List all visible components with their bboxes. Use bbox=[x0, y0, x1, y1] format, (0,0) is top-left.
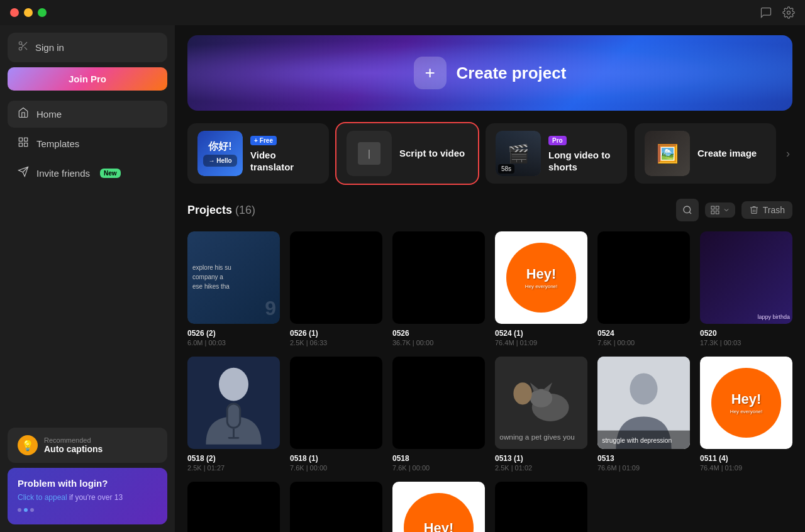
maximize-button[interactable] bbox=[38, 8, 47, 17]
create-project-banner[interactable]: + Create project bbox=[187, 35, 792, 111]
project-thumb-0524-1: Hey! Hey everyone! bbox=[495, 231, 587, 324]
feature-card-create-image[interactable]: 🖼️ Create image bbox=[635, 123, 776, 184]
projects-header: Projects (16) bbox=[187, 199, 792, 221]
chat-icon[interactable] bbox=[760, 6, 772, 19]
join-pro-button[interactable]: Join Pro bbox=[8, 67, 167, 91]
project-item-0511-4[interactable]: Hey! Hey everyone! 0511 (4) 76.4M | 01:0… bbox=[700, 357, 792, 472]
trash-button[interactable]: Trash bbox=[741, 201, 792, 219]
project-meta: 2.5K | 01:02 bbox=[495, 464, 587, 472]
project-meta: 76.6M | 01:09 bbox=[597, 464, 690, 472]
dot-3 bbox=[30, 508, 34, 512]
problem-login-card[interactable]: Problem with login? Click to appeal if y… bbox=[8, 468, 167, 524]
project-thumb-0524 bbox=[597, 231, 690, 324]
sidebar-item-templates[interactable]: Templates bbox=[8, 130, 167, 157]
project-item-row3-3[interactable]: Hey! bbox=[392, 482, 485, 532]
feature-card-video-translator[interactable]: 你好! → Hello + Free Video translator bbox=[187, 123, 329, 184]
svg-point-27 bbox=[530, 389, 552, 407]
project-thumb-row3-1 bbox=[187, 482, 280, 532]
script-to-video-name: Script to video bbox=[399, 147, 468, 160]
main-content: + Create project 你好! → Hello + Free Vide… bbox=[175, 25, 805, 532]
sidebar-item-invite[interactable]: Invite friends New bbox=[8, 160, 167, 187]
project-item-row3-1[interactable] bbox=[187, 482, 280, 532]
bulb-icon: 💡 bbox=[18, 435, 38, 455]
project-item-0513[interactable]: struggle with depression 0513 76.6M | 01… bbox=[597, 357, 690, 472]
project-thumb-0511-4: Hey! Hey everyone! bbox=[700, 357, 792, 449]
templates-label: Templates bbox=[36, 138, 79, 149]
projects-search-button[interactable] bbox=[676, 199, 699, 221]
svg-point-30 bbox=[513, 382, 531, 404]
project-meta: 7.6K | 00:00 bbox=[597, 339, 690, 346]
svg-point-19 bbox=[219, 368, 248, 401]
svg-point-1 bbox=[19, 42, 22, 45]
create-image-name: Create image bbox=[697, 147, 766, 160]
svg-rect-16 bbox=[716, 211, 719, 214]
problem-desc: Click to appeal if you're over 13 bbox=[18, 492, 157, 503]
features-arrow[interactable]: › bbox=[784, 123, 792, 184]
project-meta: 76.4M | 01:09 bbox=[700, 464, 792, 472]
svg-rect-15 bbox=[716, 206, 719, 209]
project-item-0518-2[interactable]: 0518 (2) 2.5K | 01:27 bbox=[187, 357, 280, 472]
auto-captions-label: Auto captions bbox=[44, 444, 103, 454]
create-image-thumb: 🖼️ bbox=[645, 131, 690, 176]
project-item-0518-1[interactable]: 0518 (1) 7.6K | 00:00 bbox=[290, 357, 382, 472]
video-translator-thumb: 你好! → Hello bbox=[197, 131, 243, 176]
view-toggle-button[interactable] bbox=[705, 202, 735, 218]
appeal-link[interactable]: Click to appeal bbox=[18, 493, 67, 502]
project-item-0526[interactable]: 0526 36.7K | 00:00 bbox=[392, 231, 485, 346]
problem-title: Problem with login? bbox=[18, 478, 157, 489]
create-image-info: Create image bbox=[697, 147, 766, 160]
svg-point-2 bbox=[19, 47, 22, 50]
long-video-name: Long video to shorts bbox=[548, 149, 617, 174]
project-thumb-0518-2 bbox=[187, 357, 280, 449]
project-thumb-0518 bbox=[392, 357, 485, 449]
project-item-0513-1[interactable]: owning a pet gives you 0513 (1) 2.5K | 0… bbox=[495, 357, 587, 472]
video-translator-info: + Free Video translator bbox=[250, 134, 319, 174]
features-strip: 你好! → Hello + Free Video translator | bbox=[187, 123, 792, 184]
project-name: 0524 bbox=[597, 329, 690, 338]
signin-button[interactable]: Sign in bbox=[8, 33, 167, 62]
long-video-info: Pro Long video to shorts bbox=[548, 134, 617, 174]
svg-line-4 bbox=[25, 47, 27, 50]
project-thumb-0526-2: explore his su company a ese hikes tha 9 bbox=[187, 231, 280, 324]
project-meta: 17.3K | 00:03 bbox=[700, 339, 792, 346]
project-item-row3-2[interactable] bbox=[290, 482, 382, 532]
titlebar bbox=[0, 0, 805, 25]
home-icon bbox=[18, 107, 29, 121]
projects-grid: explore his su company a ese hikes tha 9… bbox=[187, 231, 792, 532]
project-meta: 7.6K | 00:00 bbox=[392, 464, 485, 472]
recommended-auto-captions[interactable]: 💡 Recommended Auto captions bbox=[8, 428, 167, 463]
project-item-0520[interactable]: lappy birthda 0520 17.3K | 00:03 bbox=[700, 231, 792, 346]
signin-label: Sign in bbox=[35, 42, 64, 53]
video-translator-name: Video translator bbox=[250, 149, 319, 174]
project-meta: 2.5K | 06:33 bbox=[290, 339, 382, 346]
feature-card-long-video[interactable]: 58s 🎬 Pro Long video to shorts bbox=[486, 123, 627, 184]
project-name: 0520 bbox=[700, 329, 792, 338]
project-item-0524[interactable]: 0524 7.6K | 00:00 bbox=[597, 231, 690, 346]
svg-rect-9 bbox=[19, 143, 22, 147]
recommended-text: Recommended Auto captions bbox=[44, 436, 103, 454]
project-item-row3-4[interactable] bbox=[495, 482, 587, 532]
projects-count: (16) bbox=[235, 204, 255, 216]
app-layout: Sign in Join Pro Home bbox=[0, 25, 805, 532]
settings-icon[interactable] bbox=[782, 6, 795, 19]
project-name: 0513 (1) bbox=[495, 454, 587, 463]
feature-card-script-to-video[interactable]: | Script to video bbox=[336, 123, 478, 184]
minimize-button[interactable] bbox=[24, 8, 33, 17]
traffic-lights bbox=[10, 8, 47, 17]
svg-text:struggle with depression: struggle with depression bbox=[602, 437, 672, 444]
project-name: 0518 (2) bbox=[187, 454, 280, 463]
project-item-0526-2[interactable]: explore his su company a ese hikes tha 9… bbox=[187, 231, 280, 346]
project-thumb-0520: lappy birthda bbox=[700, 231, 792, 324]
close-button[interactable] bbox=[10, 8, 19, 17]
sidebar-item-home[interactable]: Home bbox=[8, 101, 167, 128]
project-thumb-row3-2 bbox=[290, 482, 382, 532]
svg-point-12 bbox=[684, 206, 691, 213]
project-name: 0518 bbox=[392, 454, 485, 463]
project-thumb-0513: struggle with depression bbox=[597, 357, 690, 449]
svg-rect-17 bbox=[711, 211, 714, 214]
svg-point-0 bbox=[787, 11, 791, 14]
project-item-0526-1[interactable]: 0526 (1) 2.5K | 06:33 bbox=[290, 231, 382, 346]
project-item-0518[interactable]: 0518 7.6K | 00:00 bbox=[392, 357, 485, 472]
project-item-0524-1[interactable]: Hey! Hey everyone! 0524 (1) 76.4M | 01:0… bbox=[495, 231, 587, 346]
problem-card-content: Problem with login? Click to appeal if y… bbox=[18, 478, 157, 512]
